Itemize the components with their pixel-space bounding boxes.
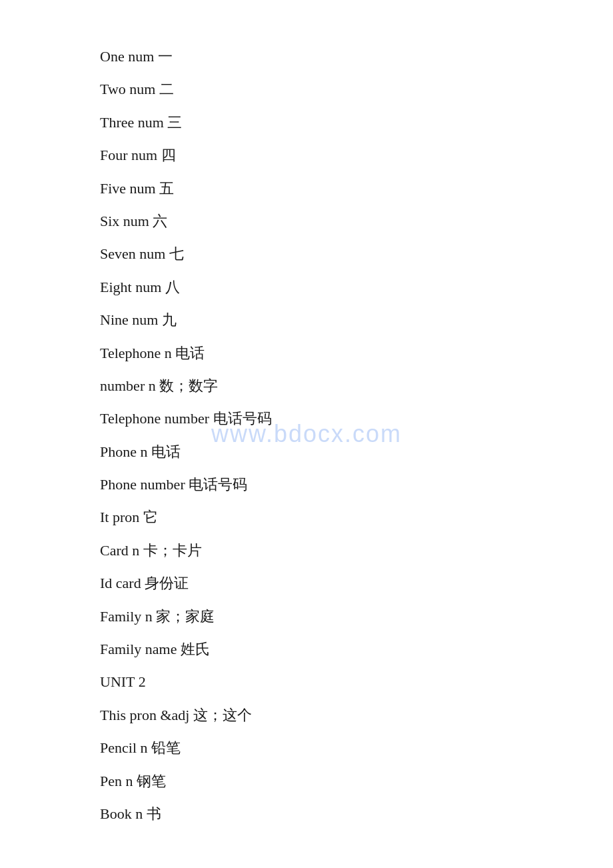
list-item: Pencil n 铅笔 xyxy=(100,731,613,764)
list-item: Six num 六 xyxy=(100,205,613,237)
vocab-list: One num 一 Two num 二 Three num 三 Four num… xyxy=(100,40,613,830)
list-item: Phone number 电话号码 xyxy=(100,468,613,501)
list-item: Two num 二 xyxy=(100,73,613,105)
list-item: Pen n 钢笔 xyxy=(100,765,613,797)
list-item: Telephone n 电话 xyxy=(100,337,613,369)
list-item: Family n 家；家庭 xyxy=(100,600,613,633)
list-item: Nine num 九 xyxy=(100,303,613,336)
list-item: UNIT 2 xyxy=(100,665,613,698)
list-item: Three num 三 xyxy=(100,106,613,139)
list-item: One num 一 xyxy=(100,40,613,73)
list-item: This pron &adj 这；这个 xyxy=(100,699,613,731)
list-item: Phone n 电话 xyxy=(100,435,613,468)
list-item: number n 数；数字 xyxy=(100,369,613,402)
list-item: Eight num 八 xyxy=(100,271,613,303)
list-item: Telephone number 电话号码 xyxy=(100,402,613,435)
list-item: Family name 姓氏 xyxy=(100,633,613,665)
list-item: Id card 身份证 xyxy=(100,567,613,599)
list-item: Seven num 七 xyxy=(100,237,613,270)
list-item: Card n 卡；卡片 xyxy=(100,534,613,567)
list-item: Book n 书 xyxy=(100,797,613,830)
list-item: Five num 五 xyxy=(100,172,613,205)
list-item: Four num 四 xyxy=(100,139,613,171)
list-item: It pron 它 xyxy=(100,501,613,533)
